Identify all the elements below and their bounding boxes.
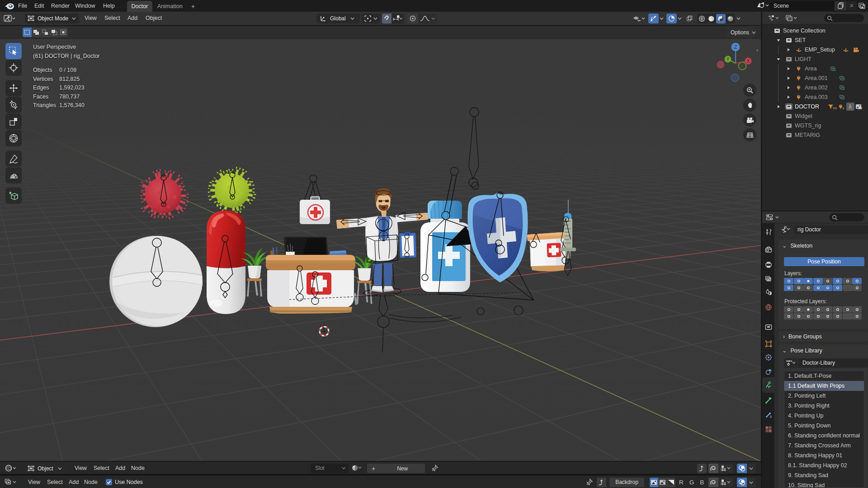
svg-text:X: X <box>747 59 750 64</box>
svg-text:Z: Z <box>734 44 737 50</box>
svg-text:Y: Y <box>726 57 730 62</box>
